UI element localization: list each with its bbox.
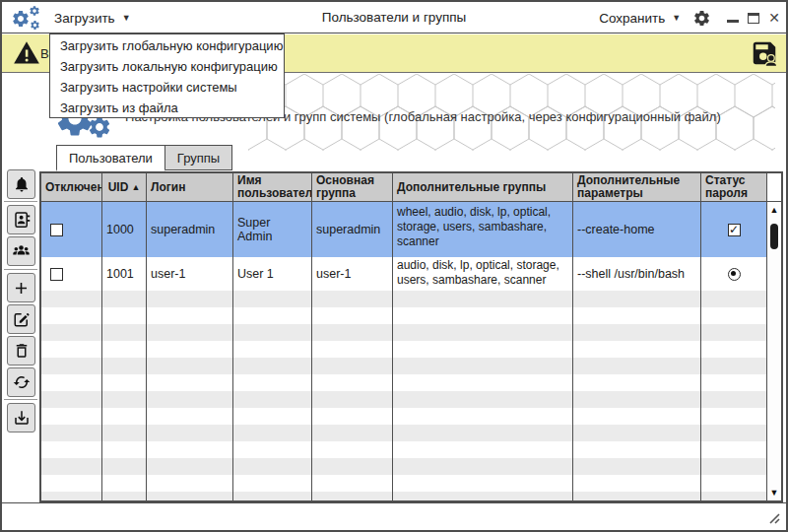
column-header-uid[interactable]: UID ▲ xyxy=(102,173,147,202)
column-header-login[interactable]: Логин xyxy=(147,173,233,202)
table-row-selected[interactable]: 1000 superadmin Super Admin superadmin w… xyxy=(41,202,766,257)
settings-button[interactable] xyxy=(692,9,711,28)
column-header-extra-groups[interactable]: Дополнительные группы xyxy=(393,173,573,202)
column-header-disabled[interactable]: Отключен xyxy=(41,173,102,202)
import-button[interactable] xyxy=(7,403,35,432)
save-menu-label: Сохранить xyxy=(599,11,665,26)
cell-extra-groups: audio, disk, lp, optical, storage, users… xyxy=(393,257,573,291)
cell-disabled xyxy=(41,202,102,257)
tab-bar: Пользователи Группы xyxy=(56,145,232,171)
trash-icon xyxy=(13,342,31,360)
disabled-checkbox[interactable] xyxy=(50,268,63,281)
scroll-down-arrow[interactable]: ▼ xyxy=(767,485,781,500)
app-window: Загрузить ▼ Пользователи и группы Сохран… xyxy=(0,0,788,532)
cell-password-status xyxy=(701,257,766,291)
password-status-radio[interactable] xyxy=(728,268,741,281)
status-bar xyxy=(2,502,786,530)
toolbar-separator xyxy=(4,201,37,202)
app-gears-icon xyxy=(10,4,43,33)
cell-uid: 1001 xyxy=(102,257,147,291)
load-menu-label: Загрузить xyxy=(54,11,115,26)
edit-user-button[interactable] xyxy=(7,304,35,334)
cell-extra-groups: wheel, audio, disk, lp, optical, storage… xyxy=(393,202,573,257)
warning-icon xyxy=(12,39,41,67)
table-header-row: Отключен UID ▲ Логин Имя пользователя Ос… xyxy=(41,173,766,202)
add-user-button[interactable] xyxy=(7,273,35,302)
toolbar-separator xyxy=(4,269,37,270)
cell-extra-params: --create-home xyxy=(573,202,701,257)
column-header-name[interactable]: Имя пользователя xyxy=(233,173,312,202)
column-header-extra-params[interactable]: Дополнительные параметры xyxy=(573,173,701,202)
scroll-up-arrow[interactable]: ▲ xyxy=(767,202,781,218)
sort-ascending-icon: ▲ xyxy=(131,181,140,194)
menu-item-load-local-config[interactable]: Загрузить локальную конфигурацию xyxy=(50,56,284,77)
cell-name: User 1 xyxy=(233,257,312,291)
bell-icon xyxy=(13,175,31,193)
vertical-scrollbar[interactable]: ▲ ▼ xyxy=(766,173,781,500)
load-dropdown-menu: Загрузить глобальную конфигурацию Загруз… xyxy=(49,33,285,118)
delete-user-button[interactable] xyxy=(7,336,35,366)
alert-text: В xyxy=(40,46,49,61)
tab-groups[interactable]: Группы xyxy=(165,145,232,170)
contacts-button[interactable] xyxy=(7,205,35,234)
scrollbar-thumb[interactable] xyxy=(770,224,778,249)
save-menu-button[interactable]: Сохранить ▼ xyxy=(599,11,681,26)
menu-item-load-system-settings[interactable]: Загрузить настройки системы xyxy=(50,77,284,98)
close-button[interactable]: ✕ xyxy=(768,11,780,25)
titlebar: Загрузить ▼ Пользователи и группы Сохран… xyxy=(2,2,786,33)
edit-icon xyxy=(13,310,31,328)
table-row[interactable]: 1001 user-1 User 1 user-1 audio, disk, l… xyxy=(41,257,766,291)
disabled-checkbox[interactable] xyxy=(50,224,63,236)
column-header-password-status[interactable]: Статус пароля xyxy=(701,173,766,202)
minimize-button[interactable] xyxy=(727,20,739,23)
cell-login: superadmin xyxy=(147,202,233,257)
download-icon xyxy=(13,409,31,427)
chevron-down-icon: ▼ xyxy=(672,13,681,23)
resize-grip[interactable] xyxy=(766,510,782,526)
refresh-icon xyxy=(13,373,31,391)
scrollbar-header-gap xyxy=(767,173,781,202)
empty-rows-area xyxy=(41,291,766,500)
gear-icon xyxy=(692,9,711,28)
cell-extra-params: --shell /usr/bin/bash xyxy=(573,257,701,291)
cell-name: Super Admin xyxy=(233,202,312,257)
cell-primary-group: superadmin xyxy=(312,202,393,257)
chevron-down-icon: ▼ xyxy=(122,13,131,23)
menu-item-load-global-config[interactable]: Загрузить глобальную конфигурацию xyxy=(50,35,284,56)
add-icon xyxy=(12,279,31,298)
cell-login: user-1 xyxy=(147,257,233,291)
toolbar-separator xyxy=(4,399,37,400)
notifications-button[interactable] xyxy=(7,169,35,199)
user-groups-button[interactable] xyxy=(7,236,35,266)
users-table: Отключен UID ▲ Логин Имя пользователя Ос… xyxy=(39,171,783,502)
menu-item-load-from-file[interactable]: Загрузить из файла xyxy=(50,98,284,118)
save-user-icon[interactable] xyxy=(750,38,779,68)
column-header-primary-group[interactable]: Основная группа xyxy=(312,173,393,202)
tab-users[interactable]: Пользователи xyxy=(56,145,165,171)
cell-primary-group: user-1 xyxy=(312,257,393,291)
cell-password-status: ✓ xyxy=(701,202,766,257)
cell-uid: 1000 xyxy=(102,202,147,257)
address-book-icon xyxy=(13,211,31,229)
maximize-button[interactable] xyxy=(748,13,759,24)
refresh-button[interactable] xyxy=(7,367,35,397)
cell-disabled xyxy=(41,257,102,291)
password-status-checkbox[interactable]: ✓ xyxy=(728,224,741,236)
user-group-icon xyxy=(12,242,31,261)
load-menu-button[interactable]: Загрузить ▼ xyxy=(54,2,131,33)
